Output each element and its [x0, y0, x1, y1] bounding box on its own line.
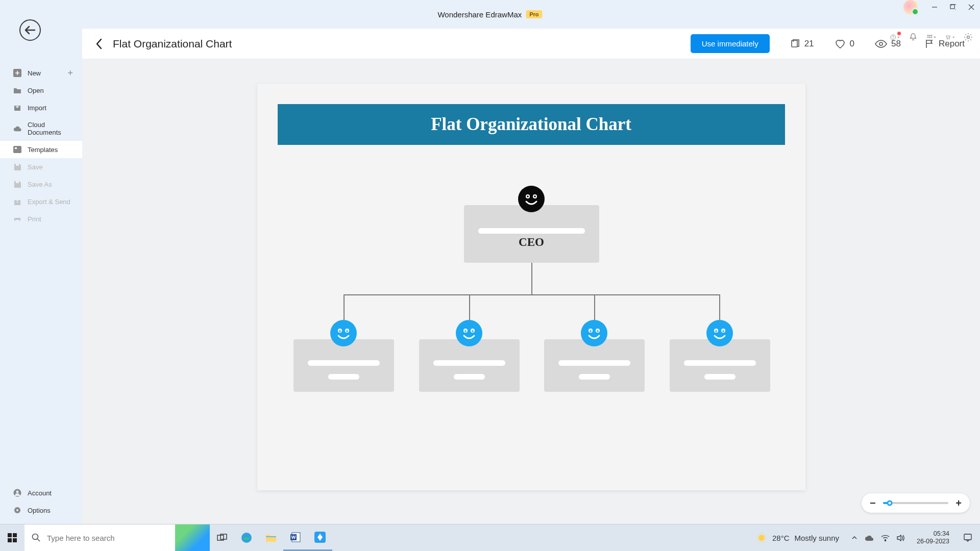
use-immediately-button[interactable]: Use immediately	[691, 34, 770, 53]
app-title: Wondershare EdrawMax	[437, 10, 522, 19]
cloud-icon	[13, 124, 21, 133]
svg-point-21	[16, 491, 19, 493]
svg-rect-16	[16, 181, 19, 183]
sidebar-item-print: Print	[0, 210, 82, 228]
word-icon[interactable]: W	[283, 524, 308, 551]
org-node-child[interactable]	[293, 339, 394, 392]
zoom-control[interactable]: − +	[862, 493, 970, 513]
plus-square-icon	[13, 69, 21, 77]
search-highlight-icon[interactable]	[175, 524, 210, 551]
svg-point-3	[927, 35, 928, 36]
zoom-out-button[interactable]: −	[870, 497, 876, 509]
sidebar-label: Templates	[28, 146, 58, 154]
gear-icon[interactable]	[964, 33, 973, 42]
taskbar-search[interactable]	[24, 524, 175, 551]
org-node-child[interactable]	[419, 339, 520, 392]
svg-point-37	[472, 330, 474, 332]
svg-point-29	[534, 195, 536, 197]
svg-rect-14	[15, 147, 17, 149]
weather-widget[interactable]: 28°C Mostly sunny	[749, 532, 846, 543]
svg-rect-46	[8, 533, 12, 537]
svg-point-61	[885, 540, 886, 541]
date: 26-09-2023	[917, 538, 949, 545]
explorer-icon[interactable]	[259, 524, 283, 551]
sidebar-item-options[interactable]: Options	[0, 502, 82, 519]
svg-rect-15	[16, 164, 19, 166]
smiley-icon	[581, 320, 607, 346]
onedrive-icon[interactable]	[865, 534, 874, 541]
edge-icon[interactable]	[234, 524, 259, 551]
sidebar-item-open[interactable]: Open	[0, 82, 82, 99]
sidebar-item-saveas: Save As	[0, 176, 82, 193]
import-icon	[13, 104, 21, 112]
svg-rect-54	[266, 536, 276, 537]
search-input[interactable]	[47, 534, 168, 542]
org-node-ceo[interactable]: CEO	[464, 205, 599, 263]
svg-point-7	[929, 37, 930, 38]
sidebar-label: Cloud Documents	[28, 121, 75, 136]
sidebar-label: Options	[28, 507, 51, 514]
template-page[interactable]: Flat Organizational Chart CEO	[257, 84, 805, 490]
chart-title: Flat Organizational Chart	[278, 104, 785, 145]
svg-point-28	[527, 195, 529, 197]
template-title: Flat Organizational Chart	[113, 38, 232, 50]
maximize-button[interactable]	[944, 0, 962, 14]
print-icon	[13, 215, 21, 223]
zoom-slider[interactable]	[883, 502, 949, 504]
sidebar-item-account[interactable]: Account	[0, 484, 82, 502]
copies-stat[interactable]: 21	[790, 39, 814, 49]
svg-rect-19	[15, 220, 19, 222]
sidebar-item-templates[interactable]: Templates	[0, 141, 82, 158]
titlebar: Wondershare EdrawMax Pro	[0, 0, 980, 29]
grid-icon[interactable]	[927, 33, 936, 42]
account-icon	[13, 489, 21, 497]
connector	[344, 294, 345, 320]
smiley-icon	[456, 320, 482, 346]
likes-stat[interactable]: 0	[835, 39, 854, 49]
zoom-in-button[interactable]: +	[955, 497, 962, 509]
svg-point-6	[927, 37, 928, 38]
sidebar-label: Save	[28, 163, 43, 171]
user-avatar[interactable]	[903, 0, 918, 14]
back-button[interactable]	[19, 19, 41, 41]
taskbar: W 28°C Mostly sunny 05:34 26-09-2023	[0, 524, 980, 551]
svg-rect-49	[13, 538, 17, 542]
start-button[interactable]	[0, 524, 24, 551]
svg-point-10	[949, 39, 949, 39]
tray-chevron-icon[interactable]	[851, 535, 857, 541]
svg-rect-13	[13, 146, 21, 153]
connector	[344, 294, 720, 295]
svg-point-36	[464, 330, 467, 332]
close-button[interactable]	[963, 0, 980, 14]
svg-rect-18	[15, 216, 19, 218]
sidebar-item-import[interactable]: Import	[0, 99, 82, 116]
plus-icon[interactable]: +	[67, 68, 73, 79]
ceo-label: CEO	[464, 236, 599, 249]
wifi-icon[interactable]	[881, 534, 890, 541]
sidebar-item-new[interactable]: New +	[0, 64, 82, 82]
sidebar-item-cloud[interactable]: Cloud Documents	[0, 116, 82, 141]
minimize-button[interactable]	[926, 0, 943, 14]
task-view-icon[interactable]	[210, 524, 234, 551]
org-node-child[interactable]	[544, 339, 645, 392]
volume-icon[interactable]	[897, 534, 905, 542]
clock[interactable]: 05:34 26-09-2023	[911, 530, 955, 545]
bell-icon[interactable]	[909, 33, 918, 42]
notifications-icon[interactable]	[955, 524, 980, 551]
svg-point-41	[597, 330, 599, 332]
org-node-child[interactable]	[670, 339, 770, 392]
help-icon[interactable]	[890, 33, 899, 42]
svg-point-9	[947, 39, 947, 39]
template-back-button[interactable]	[93, 38, 105, 49]
window-controls	[903, 0, 980, 14]
svg-point-25	[879, 42, 883, 45]
svg-point-5	[931, 35, 932, 36]
svg-point-33	[346, 330, 348, 332]
edrawmax-icon[interactable]	[308, 524, 332, 551]
connector	[594, 294, 595, 320]
weather-desc: Mostly sunny	[795, 534, 840, 542]
cart-icon[interactable]	[945, 33, 954, 42]
sidebar-label: Import	[28, 104, 46, 112]
sidebar-label: Print	[28, 215, 41, 223]
folder-icon	[13, 86, 21, 94]
